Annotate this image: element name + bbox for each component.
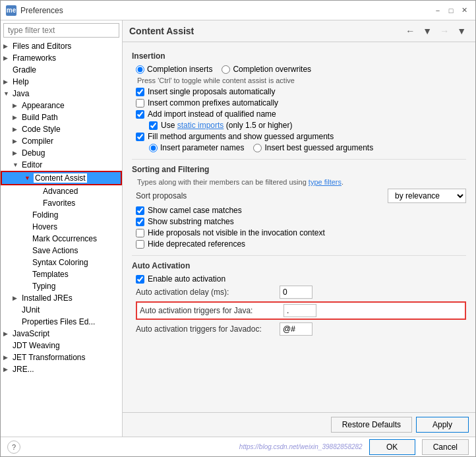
add-import-cb[interactable]: Add import instead of qualified name [136, 109, 466, 119]
insert-best-guessed-radio[interactable]: Insert best guessed arguments [253, 143, 373, 152]
triggers-java-label: Auto activation triggers for Java: [140, 306, 278, 315]
back-button[interactable]: ← [403, 24, 417, 38]
use-static-imports-input[interactable] [149, 121, 158, 130]
insert-common-prefixes-cb[interactable]: Insert common prefixes automatically [136, 98, 466, 107]
help-button[interactable]: ? [7, 441, 20, 454]
tree-item-debug[interactable]: ▶ Debug [1, 147, 122, 159]
arrow-icon [23, 212, 32, 218]
tree-item-junit[interactable]: JUnit [1, 304, 122, 316]
tree-item-advanced[interactable]: Advanced [1, 185, 122, 197]
tree-item-frameworks[interactable]: ▶ Frameworks [1, 52, 122, 64]
arrow-icon [34, 200, 43, 206]
tree-item-favorites[interactable]: Favorites [1, 197, 122, 209]
right-panel-header: Content Assist ← ▼ → ▼ [123, 20, 475, 42]
show-camel-case-label: Show camel case matches [148, 206, 242, 215]
arrow-icon: ▶ [13, 126, 22, 133]
add-import-label: Add import instead of qualified name [148, 109, 276, 119]
tree-item-javascript[interactable]: ▶ JavaScript [1, 328, 122, 340]
tree-item-label: Frameworks [13, 53, 56, 63]
static-imports-link[interactable]: static imports [177, 121, 224, 130]
show-camel-case-input[interactable] [136, 206, 144, 215]
completion-inserts-radio[interactable]: Completion inserts [136, 65, 212, 74]
tree-item-appearance[interactable]: ▶ Appearance [1, 100, 122, 111]
insert-single-proposals-input[interactable] [136, 88, 144, 96]
arrow-icon: ▶ [13, 138, 22, 144]
right-panel-content: Insertion Completion inserts Completion … [123, 42, 475, 412]
tree-item-folding[interactable]: Folding [1, 209, 122, 221]
insert-parameter-names-input[interactable] [149, 144, 158, 152]
tree-item-label: JRE... [13, 365, 34, 374]
tree-item-build-path[interactable]: ▶ Build Path [1, 111, 122, 123]
insert-parameter-names-radio[interactable]: Insert parameter names [149, 143, 244, 152]
enable-auto-activation-input[interactable] [136, 275, 144, 284]
show-substring-input[interactable] [136, 218, 144, 226]
add-import-input[interactable] [136, 110, 144, 119]
minimize-button[interactable]: − [432, 5, 444, 16]
tree-item-syntax-coloring[interactable]: Syntax Coloring [1, 257, 122, 268]
hide-deprecated-cb[interactable]: Hide deprecated references [136, 239, 466, 249]
completion-overwrites-input[interactable] [222, 65, 230, 74]
hide-not-visible-cb[interactable]: Hide proposals not visible in the invoca… [136, 228, 466, 237]
tree-item-installed-jres[interactable]: ▶ Installed JREs [1, 292, 122, 304]
fill-method-arguments-input[interactable] [136, 133, 144, 141]
tree-item-save-actions[interactable]: Save Actions [1, 245, 122, 257]
tree-item-jre[interactable]: ▶ JRE... [1, 363, 122, 375]
show-substring-label: Show substring matches [148, 217, 234, 226]
tree-item-label: Debug [22, 148, 45, 158]
tree-item-gradle[interactable]: Gradle [1, 64, 122, 76]
type-filters-hint: Types along with their members can be fi… [137, 178, 466, 186]
tree-item-editor[interactable]: ▼ Editor [1, 159, 122, 171]
arrow-icon [13, 307, 22, 313]
insert-single-proposals-cb[interactable]: Insert single proposals automatically [136, 87, 466, 96]
triggers-java-input[interactable] [283, 304, 316, 317]
insert-common-prefixes-input[interactable] [136, 99, 144, 107]
insert-best-guessed-input[interactable] [253, 144, 262, 152]
enable-auto-activation-label: Enable auto activation [148, 274, 225, 284]
tree-item-mark-occurrences[interactable]: Mark Occurrences [1, 233, 122, 245]
forward-button[interactable]: → [437, 24, 452, 38]
tree-item-code-style[interactable]: ▶ Code Style [1, 123, 122, 135]
triggers-javadoc-input[interactable] [280, 322, 312, 336]
cancel-button[interactable]: Cancel [422, 439, 469, 455]
nav-dropdown-button[interactable]: ▼ [420, 24, 434, 38]
use-static-imports-cb[interactable]: Use static imports (only 1.5 or higher) [149, 121, 466, 130]
tree-item-files-editors[interactable]: ▶ Files and Editors [1, 40, 122, 52]
tree-item-properties-files-ed[interactable]: Properties Files Ed... [1, 316, 122, 328]
tree-item-label: Advanced [43, 187, 78, 196]
sort-proposals-select[interactable]: by relevance alphabetically [388, 189, 466, 203]
tree-item-content-assist[interactable]: ▼ Content Assist [1, 171, 122, 185]
enable-auto-activation-cb[interactable]: Enable auto activation [136, 274, 466, 284]
ok-button[interactable]: OK [369, 439, 415, 455]
arrow-icon: ▶ [3, 354, 13, 361]
tree-item-compiler[interactable]: ▶ Compiler [1, 135, 122, 147]
tree-item-java[interactable]: ▼ Java [1, 88, 122, 100]
tree-item-label: Mark Occurrences [32, 234, 97, 243]
insert-single-proposals-label: Insert single proposals automatically [148, 87, 275, 96]
type-filters-link[interactable]: type filters [309, 178, 342, 186]
nav-menu-button[interactable]: ▼ [454, 24, 469, 38]
tree-item-hovers[interactable]: Hovers [1, 221, 122, 233]
title-bar-left: me Preferences [6, 5, 63, 16]
fill-method-arguments-cb[interactable]: Fill method arguments and show guessed a… [136, 132, 466, 141]
filter-input[interactable] [3, 23, 119, 38]
panel-title: Content Assist [129, 26, 194, 36]
delay-input[interactable] [280, 286, 312, 299]
restore-defaults-button[interactable]: Restore Defaults [331, 417, 412, 433]
close-button[interactable]: ✕ [458, 5, 470, 16]
tree-item-jet-transformations[interactable]: ▶ JET Transformations [1, 351, 122, 363]
arrow-icon: ▶ [3, 43, 13, 49]
maximize-button[interactable]: □ [445, 5, 457, 16]
show-substring-cb[interactable]: Show substring matches [136, 217, 466, 226]
tree-item-templates[interactable]: Templates [1, 268, 122, 280]
apply-button[interactable]: Apply [416, 417, 469, 433]
completion-inserts-input[interactable] [136, 65, 144, 74]
hide-not-visible-input[interactable] [136, 229, 144, 237]
title-bar: me Preferences − □ ✕ [1, 1, 475, 20]
use-static-imports-label: Use static imports (only 1.5 or higher) [161, 121, 292, 130]
completion-overwrites-radio[interactable]: Completion overwrites [222, 65, 311, 74]
hide-deprecated-input[interactable] [136, 240, 144, 249]
show-camel-case-cb[interactable]: Show camel case matches [136, 206, 466, 215]
tree-item-typing[interactable]: Typing [1, 280, 122, 292]
tree-item-help[interactable]: ▶ Help [1, 76, 122, 88]
tree-item-jdt-weaving[interactable]: JDT Weaving [1, 340, 122, 351]
